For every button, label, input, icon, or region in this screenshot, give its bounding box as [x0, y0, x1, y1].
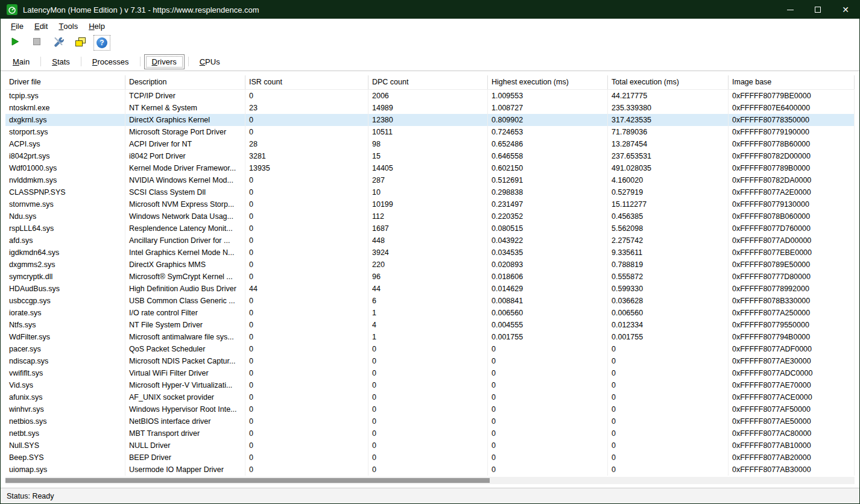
cell-highest-execution-ms: 0: [488, 367, 608, 379]
minimize-button[interactable]: [776, 1, 804, 19]
cell-isr-count: 44: [245, 283, 368, 295]
scrollbar-thumb[interactable]: [5, 478, 490, 483]
cell-dpc-count: 112: [368, 210, 488, 222]
table-row[interactable]: CLASSPNP.SYSSCSI Class System Dll0100.29…: [5, 186, 855, 198]
column-header-isr-count[interactable]: ISR count: [245, 75, 368, 89]
menu-edit[interactable]: Edit: [29, 19, 53, 33]
tab-stats[interactable]: Stats: [45, 55, 77, 69]
cell-highest-execution-ms: 0: [488, 427, 608, 439]
cell-dpc-count: 448: [368, 235, 488, 247]
close-icon: ✕: [842, 5, 849, 14]
table-row[interactable]: netbios.sysNetBIOS interface driver00000…: [5, 415, 855, 427]
status-bar: Status: Ready: [1, 488, 859, 503]
table-row[interactable]: iorate.sysI/O rate control Filter010.006…: [5, 307, 855, 319]
cell-isr-count: 0: [245, 403, 368, 415]
column-header-image-base[interactable]: Image base: [729, 75, 855, 89]
table-row[interactable]: tcpip.sysTCP/IP Driver020061.00955344.21…: [5, 90, 855, 102]
toolbar: ?: [1, 33, 859, 52]
cell-image-base: 0xFFFFF8077A2E0000: [729, 186, 855, 198]
tab-cpus-rest: PUs: [205, 57, 220, 66]
menu-tools[interactable]: Tools: [53, 19, 83, 33]
options-button[interactable]: [50, 35, 67, 51]
table-row[interactable]: Beep.SYSBEEP Driver00000xFFFFF8077AB2000…: [5, 452, 855, 464]
cell-isr-count: 0: [245, 391, 368, 403]
table-row[interactable]: ntoskrnl.exeNT Kernel & System23149891.0…: [5, 102, 855, 114]
column-header-total-execution-ms[interactable]: Total execution (ms): [608, 75, 729, 89]
cell-image-base: 0xFFFFF807794B0000: [729, 331, 855, 343]
table-row[interactable]: dxgmms2.sysDirectX Graphics MMS02200.020…: [5, 259, 855, 271]
column-header-description[interactable]: Description: [125, 75, 245, 89]
table-row[interactable]: uiomap.sysUsermode IO Mapper Driver00000…: [5, 464, 855, 476]
cell-dpc-count: 0: [368, 427, 488, 439]
cell-image-base: 0xFFFFF8077AB10000: [729, 439, 855, 452]
table-row[interactable]: HDAudBus.sysHigh Definition Audio Bus Dr…: [5, 283, 855, 295]
cell-driver-file: rspLLL64.sys: [5, 222, 125, 235]
cell-driver-file: netbios.sys: [5, 415, 125, 427]
cell-driver-file: i8042prt.sys: [5, 150, 125, 162]
cell-dpc-count: 0: [368, 415, 488, 427]
table-row[interactable]: afunix.sysAF_UNIX socket provider00000xF…: [5, 391, 855, 403]
tab-main-accel: M: [13, 57, 19, 66]
cell-highest-execution-ms: 0.724653: [488, 126, 608, 138]
table-row[interactable]: dxgkrnl.sysDirectX Graphics Kernel012380…: [5, 114, 855, 126]
table-row[interactable]: Vid.sysMicrosoft Hyper-V Virtualizati...…: [5, 379, 855, 391]
table-row[interactable]: ndiscap.sysMicrosoft NDIS Packet Captur.…: [5, 355, 855, 367]
cell-driver-file: usbccgp.sys: [5, 295, 125, 307]
horizontal-scrollbar[interactable]: [5, 477, 855, 484]
cell-image-base: 0xFFFFF8078B330000: [729, 295, 855, 307]
table-row[interactable]: WdFilter.sysMicrosoft antimalware file s…: [5, 331, 855, 343]
table-row[interactable]: afd.sysAncillary Function Driver for ...…: [5, 235, 855, 247]
table-row[interactable]: winhvr.sysWindows Hypervisor Root Inte..…: [5, 403, 855, 415]
table-row[interactable]: usbccgp.sysUSB Common Class Generic ...0…: [5, 295, 855, 307]
stop-monitor-button[interactable]: [28, 35, 45, 51]
cell-highest-execution-ms: 0: [488, 439, 608, 452]
table-row[interactable]: symcryptk.dllMicrosoft® SymCrypt Kernel …: [5, 271, 855, 283]
table-row[interactable]: Ntfs.sysNT File System Driver040.0045550…: [5, 319, 855, 331]
cell-dpc-count: 1: [368, 331, 488, 343]
start-monitor-button[interactable]: [7, 35, 24, 51]
cell-highest-execution-ms: 0: [488, 403, 608, 415]
column-header-highest-execution-ms[interactable]: Highest execution (ms): [488, 75, 608, 89]
cell-highest-execution-ms: 0: [488, 452, 608, 464]
menu-help[interactable]: Help: [83, 19, 110, 33]
cell-driver-file: WdFilter.sys: [5, 331, 125, 343]
table-row[interactable]: ACPI.sysACPI Driver for NT28980.65248613…: [5, 138, 855, 150]
table-row[interactable]: Null.SYSNULL Driver00000xFFFFF8077AB1000…: [5, 439, 855, 452]
cell-dpc-count: 0: [368, 379, 488, 391]
copy-report-button[interactable]: [72, 35, 89, 51]
table-row[interactable]: igdkmdn64.sysIntel Graphics Kernel Mode …: [5, 247, 855, 259]
menu-file[interactable]: File: [5, 19, 29, 33]
cell-total-execution-ms: 0.456385: [608, 210, 729, 222]
cell-driver-file: stornvme.sys: [5, 198, 125, 210]
table-row[interactable]: vwififlt.sysVirtual WiFi Filter Driver00…: [5, 367, 855, 379]
table-row[interactable]: storport.sysMicrosoft Storage Port Drive…: [5, 126, 855, 138]
table-row[interactable]: pacer.sysQoS Packet Scheduler00000xFFFFF…: [5, 343, 855, 355]
cell-driver-file: netbt.sys: [5, 427, 125, 439]
cell-image-base: 0xFFFFF80779BE0000: [729, 90, 855, 102]
table-row[interactable]: rspLLL64.sysResplendence Latency Monit..…: [5, 222, 855, 235]
cell-image-base: 0xFFFFF80778B60000: [729, 138, 855, 150]
cell-total-execution-ms: 0: [608, 379, 729, 391]
help-button[interactable]: ?: [93, 35, 110, 51]
cell-driver-file: afd.sys: [5, 235, 125, 247]
tab-cpus[interactable]: CPUs: [192, 55, 227, 69]
table-row[interactable]: Ndu.sysWindows Network Data Usag...01120…: [5, 210, 855, 222]
table-row[interactable]: nvlddmkm.sysNVIDIA Windows Kernel Mod...…: [5, 174, 855, 186]
cell-isr-count: 0: [245, 355, 368, 367]
menu-edit-accel: E: [34, 22, 40, 31]
window-controls: ✕: [776, 1, 859, 19]
table-row[interactable]: netbt.sysMBT Transport driver00000xFFFFF…: [5, 427, 855, 439]
tab-processes[interactable]: Processes: [85, 55, 136, 69]
tab-main[interactable]: Main: [5, 55, 37, 69]
close-button[interactable]: ✕: [832, 1, 859, 19]
table-row[interactable]: i8042prt.sysi8042 Port Driver3281150.646…: [5, 150, 855, 162]
tab-drivers[interactable]: Drivers: [144, 54, 185, 69]
column-header-dpc-count[interactable]: DPC count: [368, 75, 488, 89]
maximize-button[interactable]: [804, 1, 832, 19]
column-header-driver-file[interactable]: Driver file: [5, 75, 125, 89]
cell-description: BEEP Driver: [125, 452, 245, 464]
cell-description: USB Common Class Generic ...: [125, 295, 245, 307]
table-row[interactable]: stornvme.sysMicrosoft NVM Express Storp.…: [5, 198, 855, 210]
table-row[interactable]: Wdf01000.sysKernel Mode Driver Framewor.…: [5, 162, 855, 174]
cell-description: Ancillary Function Driver for ...: [125, 235, 245, 247]
